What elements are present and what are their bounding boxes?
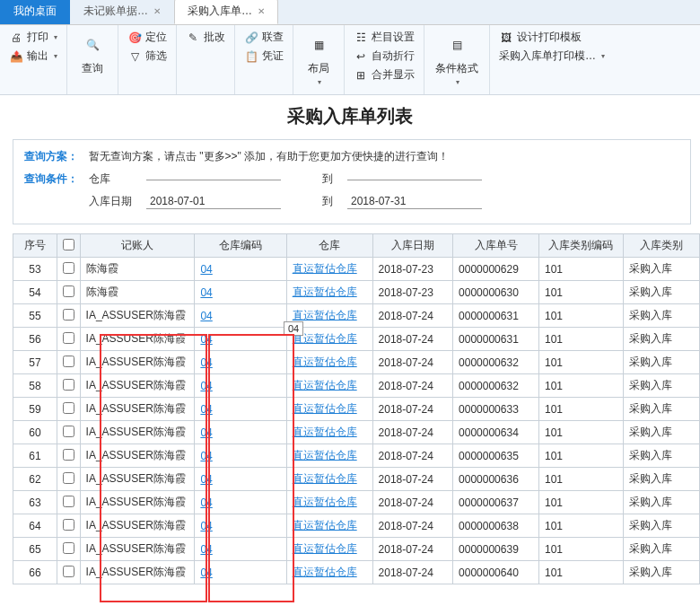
- layout-button[interactable]: ▦布局▾: [301, 29, 337, 88]
- row-checkbox[interactable]: [63, 519, 74, 531]
- cell-wh-link[interactable]: 直运暂估仓库: [286, 538, 372, 561]
- cell-check[interactable]: [57, 281, 81, 304]
- cell-whcode-link[interactable]: 04: [195, 491, 286, 514]
- table-row[interactable]: 60IA_ASSUSER陈海霞04直运暂估仓库2018-07-240000000…: [13, 421, 700, 444]
- row-checkbox[interactable]: [63, 496, 74, 507]
- cell-whcode-link[interactable]: 04: [195, 561, 286, 584]
- cell-wh-link[interactable]: 直运暂估仓库: [286, 421, 372, 444]
- row-checkbox[interactable]: [63, 285, 74, 297]
- cell-check[interactable]: [57, 421, 81, 444]
- table-row[interactable]: 57IA_ASSUSER陈海霞04直运暂估仓库2018-07-240000000…: [13, 351, 700, 374]
- cell-check[interactable]: [57, 351, 81, 374]
- cell-whcode-link[interactable]: 04: [195, 538, 286, 561]
- table-row[interactable]: 53陈海霞04直运暂估仓库2018-07-230000000629101采购入库: [13, 258, 700, 281]
- table-row[interactable]: 65IA_ASSUSER陈海霞04直运暂估仓库2018-07-240000000…: [13, 538, 700, 561]
- cell-whcode-link[interactable]: 04: [195, 304, 286, 328]
- col-seq[interactable]: 序号: [13, 234, 57, 258]
- column-settings-button[interactable]: ☷栏目设置: [352, 29, 416, 46]
- cell-check[interactable]: [57, 538, 81, 561]
- cell-wh-link[interactable]: 直运暂估仓库: [286, 351, 372, 374]
- row-checkbox[interactable]: [63, 566, 74, 577]
- cell-wh-link[interactable]: 直运暂估仓库: [286, 561, 372, 584]
- close-icon[interactable]: ✕: [153, 6, 161, 16]
- row-checkbox[interactable]: [63, 402, 74, 414]
- date-from-input[interactable]: 2018-07-01: [146, 194, 281, 209]
- voucher-button[interactable]: 📋凭证: [242, 48, 285, 65]
- cell-wh-link[interactable]: 直运暂估仓库: [286, 514, 372, 538]
- table-row[interactable]: 56IA_ASSUSER陈海霞04直运暂估仓库2018-07-240000000…: [13, 328, 700, 351]
- auto-wrap-button[interactable]: ↩自动折行: [352, 48, 416, 65]
- cell-wh-link[interactable]: 直运暂估仓库: [286, 258, 372, 281]
- cell-whcode-link[interactable]: 04: [195, 351, 286, 374]
- table-row[interactable]: 59IA_ASSUSER陈海霞04直运暂估仓库2018-07-240000000…: [13, 398, 700, 421]
- cell-check[interactable]: [57, 468, 81, 491]
- row-checkbox[interactable]: [63, 262, 74, 274]
- locate-button[interactable]: 🎯定位: [126, 29, 169, 46]
- row-checkbox[interactable]: [63, 356, 74, 367]
- cell-wh-link[interactable]: 直运暂估仓库: [286, 491, 372, 514]
- cell-whcode-link[interactable]: 04: [195, 281, 286, 304]
- warehouse-from-input[interactable]: [146, 178, 281, 180]
- table-row[interactable]: 58IA_ASSUSER陈海霞04直运暂估仓库2018-07-240000000…: [13, 374, 700, 398]
- row-checkbox[interactable]: [63, 332, 74, 344]
- close-icon[interactable]: ✕: [258, 6, 265, 16]
- cell-whcode-link[interactable]: 04: [195, 444, 286, 468]
- cell-check[interactable]: [57, 491, 81, 514]
- cell-check[interactable]: [57, 444, 81, 468]
- table-row[interactable]: 62IA_ASSUSER陈海霞04直运暂估仓库2018-07-240000000…: [13, 468, 700, 491]
- cell-check[interactable]: [57, 328, 81, 351]
- col-no[interactable]: 入库单号: [453, 234, 539, 258]
- linked-query-button[interactable]: 🔗联查: [242, 29, 285, 46]
- col-type[interactable]: 入库类别: [623, 234, 699, 258]
- tab-purchase-in[interactable]: 采购入库单…✕: [174, 0, 278, 24]
- warehouse-to-input[interactable]: [347, 178, 482, 180]
- date-to-input[interactable]: 2018-07-31: [347, 194, 482, 209]
- conditional-format-button[interactable]: ▤条件格式▾: [432, 29, 482, 88]
- cell-wh-link[interactable]: 直运暂估仓库: [286, 281, 372, 304]
- table-row[interactable]: 64IA_ASSUSER陈海霞04直运暂估仓库2018-07-240000000…: [13, 514, 700, 538]
- filter-button[interactable]: ▽筛选: [126, 48, 169, 65]
- query-button[interactable]: 🔍查询: [74, 29, 110, 78]
- print-template-button[interactable]: 🖼设计打印模板: [497, 29, 607, 46]
- col-check[interactable]: [57, 234, 81, 258]
- row-checkbox[interactable]: [63, 309, 74, 321]
- select-all-checkbox[interactable]: [63, 239, 74, 250]
- cell-check[interactable]: [57, 561, 81, 584]
- print-button[interactable]: 🖨打印▾: [7, 29, 59, 46]
- row-checkbox[interactable]: [63, 542, 74, 554]
- cell-whcode-link[interactable]: 04: [195, 514, 286, 538]
- table-row[interactable]: 66IA_ASSUSER陈海霞04直运暂估仓库2018-07-240000000…: [13, 561, 700, 584]
- cell-check[interactable]: [57, 374, 81, 398]
- table-row[interactable]: 63IA_ASSUSER陈海霞04直运暂估仓库2018-07-240000000…: [13, 491, 700, 514]
- cell-wh-link[interactable]: 直运暂估仓库: [286, 398, 372, 421]
- merge-display-button[interactable]: ⊞合并显示: [352, 66, 416, 83]
- col-user[interactable]: 记账人: [80, 234, 195, 258]
- cell-wh-link[interactable]: 直运暂估仓库: [286, 374, 372, 398]
- row-checkbox[interactable]: [63, 426, 74, 437]
- cell-check[interactable]: [57, 514, 81, 538]
- cell-check[interactable]: [57, 258, 81, 281]
- cell-check[interactable]: [57, 304, 81, 328]
- cell-whcode-link[interactable]: 04: [195, 328, 286, 351]
- col-typecode[interactable]: 入库类别编码: [538, 234, 623, 258]
- col-wh[interactable]: 仓库: [286, 234, 372, 258]
- table-row[interactable]: 55IA_ASSUSER陈海霞04直运暂估仓库2018-07-240000000…: [13, 304, 700, 328]
- cell-whcode-link[interactable]: 04: [195, 258, 286, 281]
- row-checkbox[interactable]: [63, 379, 74, 391]
- cell-check[interactable]: [57, 398, 81, 421]
- tab-desktop[interactable]: 我的桌面: [0, 0, 70, 24]
- cell-whcode-link[interactable]: 04: [195, 421, 286, 444]
- cell-whcode-link[interactable]: 04: [195, 468, 286, 491]
- row-checkbox[interactable]: [63, 472, 74, 484]
- batch-edit-button[interactable]: ✎批改: [184, 29, 227, 46]
- col-date[interactable]: 入库日期: [372, 234, 452, 258]
- table-row[interactable]: 54陈海霞04直运暂估仓库2018-07-230000000630101采购入库: [13, 281, 700, 304]
- col-whcode[interactable]: 仓库编码: [195, 234, 286, 258]
- print-template2-button[interactable]: 采购入库单打印模…▾: [497, 48, 607, 65]
- cell-wh-link[interactable]: 直运暂估仓库: [286, 444, 372, 468]
- cell-wh-link[interactable]: 直运暂估仓库: [286, 468, 372, 491]
- tab-unposted[interactable]: 未记账单据…✕: [70, 0, 174, 24]
- cell-whcode-link[interactable]: 04: [195, 398, 286, 421]
- cell-whcode-link[interactable]: 04: [195, 374, 286, 398]
- output-button[interactable]: 📤输出▾: [7, 48, 59, 65]
